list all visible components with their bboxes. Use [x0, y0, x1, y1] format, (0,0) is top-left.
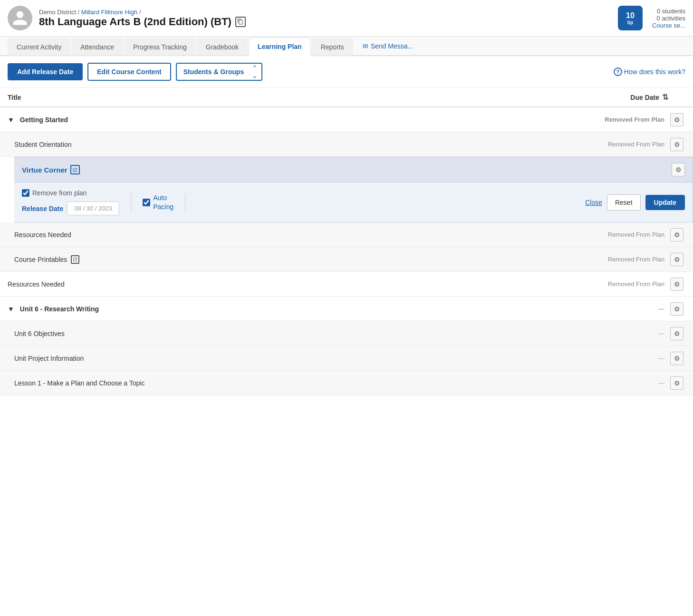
row-title: Resources Needed [8, 280, 564, 288]
row-action: ⚙ [668, 228, 685, 241]
table-row: ▼ Getting Started Removed From Plan ⚙ [0, 107, 693, 132]
table-row: Lesson 1 - Make a Plan and Choose a Topi… [0, 371, 693, 395]
table-row: ▼ Unit 6 - Research Writing — ⚙ [0, 297, 693, 321]
tab-bar: Current Activity Attendance Progress Tra… [0, 37, 693, 56]
row-action: ⚙ [668, 253, 685, 266]
table-row: Resources Needed Removed From Plan ⚙ [0, 222, 693, 247]
sort-icon[interactable]: ⇅ [662, 93, 668, 102]
row-action: ⚙ [668, 327, 685, 340]
tip-badge[interactable]: 10 tip [618, 6, 643, 30]
virtue-actions: Close Reset Update [185, 194, 685, 211]
update-button[interactable]: Update [645, 195, 685, 210]
add-release-date-button[interactable]: Add Release Date [8, 63, 83, 80]
course-setup-link[interactable]: Course se... [652, 22, 685, 29]
gear-button[interactable]: ⚙ [670, 327, 683, 340]
tab-send-message[interactable]: ✉ Send Messa... [356, 38, 420, 55]
gear-button[interactable]: ⚙ [670, 302, 683, 316]
course-title: 8th Language Arts B (2nd Edition) (BT) [39, 16, 618, 28]
row-title: ▼ Unit 6 - Research Writing [8, 305, 564, 313]
row-due-value: — [564, 379, 668, 386]
row-title: Student Orientation [14, 141, 564, 148]
release-date-label: Release Date [22, 205, 63, 212]
gear-button[interactable]: ⚙ [670, 138, 683, 151]
edit-course-content-button[interactable]: Edit Course Content [87, 63, 171, 81]
row-due-value: Removed From Plan [564, 280, 668, 288]
col-due-header: Due Date ⇅ [564, 93, 668, 102]
remove-release-section: Remove from plan Release Date [22, 189, 131, 215]
auto-pacing-section: Auto Pacing [131, 193, 185, 211]
row-title: ▼ Getting Started [8, 116, 564, 124]
gear-button[interactable]: ⚙ [670, 278, 683, 291]
breadcrumb-link[interactable]: Millard Fillmore High [81, 9, 137, 16]
external-link-icon[interactable] [70, 165, 80, 174]
table-row: Resources Needed Removed From Plan ⚙ [0, 272, 693, 297]
row-action: ⚙ [668, 376, 685, 390]
auto-pacing-checkbox[interactable] [143, 199, 150, 206]
tab-current-activity[interactable]: Current Activity [8, 38, 70, 56]
reset-button[interactable]: Reset [607, 194, 641, 211]
row-title: Lesson 1 - Make a Plan and Choose a Topi… [14, 379, 564, 387]
gear-button[interactable]: ⚙ [670, 352, 683, 365]
gear-button[interactable]: ⚙ [670, 253, 683, 266]
breadcrumb: Demo District / Millard Fillmore High / [39, 9, 618, 16]
gear-button[interactable]: ⚙ [670, 228, 683, 241]
row-due-value: — [564, 305, 668, 312]
table-row: Unit 6 Objectives — ⚙ [0, 321, 693, 346]
remove-from-plan-checkbox[interactable] [22, 189, 29, 197]
row-action: ⚙ [668, 278, 685, 291]
question-icon: ? [614, 67, 622, 76]
row-due-value: Removed From Plan [564, 116, 668, 123]
chevron-down-icon[interactable]: ▼ [8, 116, 14, 124]
row-title: Unit Project Information [14, 355, 564, 362]
table-row: Course Printables Removed From Plan ⚙ [0, 247, 693, 272]
gear-button[interactable]: ⚙ [670, 376, 683, 390]
release-date-input[interactable] [67, 202, 119, 215]
chevron-down-icon[interactable]: ▼ [8, 305, 14, 313]
row-action: ⚙ [668, 352, 685, 365]
row-action: ⚙ [668, 113, 685, 126]
table-header: Title Due Date ⇅ [0, 88, 693, 107]
external-link-icon[interactable] [71, 255, 79, 264]
row-action: ⚙ [668, 302, 685, 316]
page-header: Demo District / Millard Fillmore High / … [0, 0, 693, 37]
tab-learning-plan[interactable]: Learning Plan [249, 38, 311, 56]
row-title: Course Printables [14, 255, 564, 264]
row-title: Unit 6 Objectives [14, 330, 564, 337]
row-due-value: Removed From Plan [564, 256, 668, 263]
row-title: Resources Needed [14, 231, 564, 239]
how-does-this-work-link[interactable]: ? How does this work? [614, 67, 685, 76]
col-title-header: Title [8, 94, 564, 101]
release-date-row: Release Date [22, 202, 119, 215]
gear-button[interactable]: ⚙ [670, 113, 683, 126]
row-due-value: Removed From Plan [564, 231, 668, 238]
row-due-value: — [564, 330, 668, 337]
copy-icon[interactable] [235, 17, 246, 27]
user-avatar [8, 6, 32, 30]
tab-gradebook[interactable]: Gradebook [197, 38, 248, 56]
gear-button[interactable]: ⚙ [672, 163, 685, 176]
table-row: Unit Project Information — ⚙ [0, 346, 693, 371]
students-groups-wrapper: Students & Groups ⌃⌄ [176, 63, 262, 81]
row-due-value: Removed From Plan [564, 141, 668, 148]
virtue-body: Remove from plan Release Date Auto Pacin… [14, 183, 693, 222]
row-due-value: — [564, 355, 668, 362]
remove-from-plan-label: Remove from plan [32, 189, 87, 197]
virtue-corner-panel: Virtue Corner ⚙ Remove from plan Release… [14, 157, 693, 222]
virtue-corner-title: Virtue Corner [22, 165, 672, 174]
remove-from-plan-row: Remove from plan [22, 189, 119, 197]
auto-pacing-label: Auto Pacing [153, 193, 173, 211]
header-title-block: Demo District / Millard Fillmore High / … [39, 9, 618, 28]
tab-reports[interactable]: Reports [312, 38, 353, 56]
tab-progress-tracking[interactable]: Progress Tracking [124, 38, 196, 56]
virtue-corner-header: Virtue Corner ⚙ [14, 157, 693, 183]
students-groups-select[interactable]: Students & Groups [176, 63, 262, 81]
table-row: Student Orientation Removed From Plan ⚙ [0, 132, 693, 157]
close-link[interactable]: Close [585, 199, 602, 206]
row-action: ⚙ [668, 138, 685, 151]
header-right: 0 students 0 activities Course se... [652, 8, 685, 29]
tab-attendance[interactable]: Attendance [71, 38, 123, 56]
toolbar: Add Release Date Edit Course Content Stu… [0, 56, 693, 88]
